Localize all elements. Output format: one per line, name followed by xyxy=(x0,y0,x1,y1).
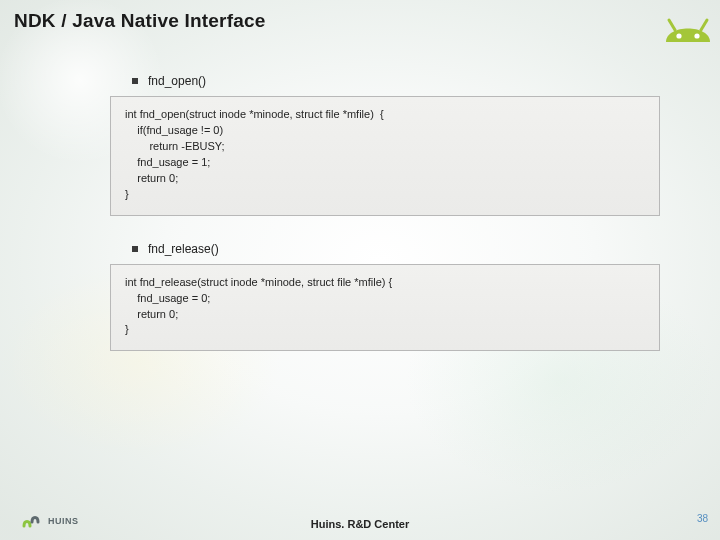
android-robot-icon xyxy=(660,0,716,42)
svg-point-2 xyxy=(676,33,681,38)
code-block: int fnd_open(struct inode *minode, struc… xyxy=(110,96,660,216)
page-title: NDK / Java Native Interface xyxy=(14,10,265,32)
bullet-label: fnd_release() xyxy=(148,242,219,256)
slide-content: fnd_open() int fnd_open(struct inode *mi… xyxy=(110,68,660,351)
svg-point-3 xyxy=(694,33,699,38)
code-block: int fnd_release(struct inode *minode, st… xyxy=(110,264,660,352)
bullet-item: fnd_release() xyxy=(132,242,660,256)
bullet-square-icon xyxy=(132,246,138,252)
bullet-square-icon xyxy=(132,78,138,84)
slide-footer: HUINS Huins. R&D Center 38 xyxy=(0,504,720,534)
footer-center-text: Huins. R&D Center xyxy=(0,518,720,530)
bullet-item: fnd_open() xyxy=(132,74,660,88)
bullet-label: fnd_open() xyxy=(148,74,206,88)
page-number: 38 xyxy=(697,513,708,524)
svg-line-1 xyxy=(701,20,707,30)
svg-line-0 xyxy=(669,20,675,30)
